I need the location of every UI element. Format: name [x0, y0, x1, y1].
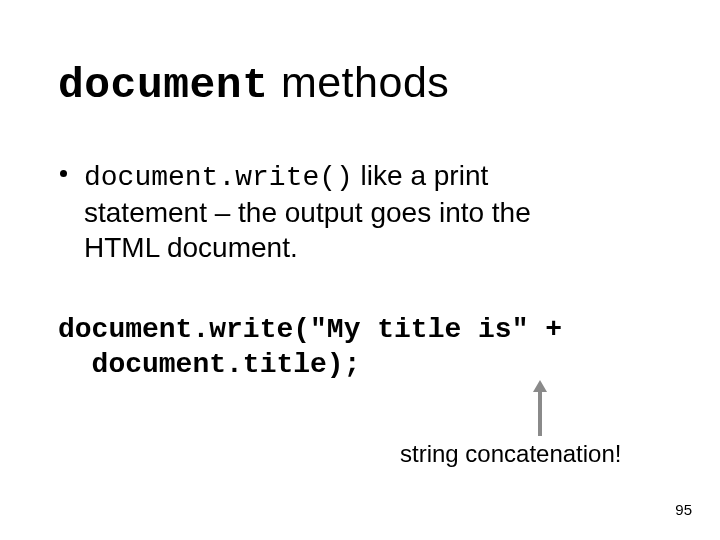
bullet-item: document.write() like a print statement …	[62, 158, 662, 265]
title-rest: methods	[268, 58, 449, 106]
page-number: 95	[675, 501, 692, 518]
annotation-text: string concatenation!	[400, 440, 621, 468]
slide: document methods document.write() like a…	[0, 0, 720, 540]
code-line-1: document.write("My title is" +	[58, 314, 562, 345]
bullet-line-3: HTML document.	[84, 232, 298, 263]
slide-title: document methods	[58, 58, 449, 110]
title-code-word: document	[58, 61, 268, 110]
bullet-line-2: statement – the output goes into the	[84, 197, 531, 228]
code-line-2: document.title);	[58, 349, 360, 380]
bullet-dot-icon	[60, 170, 67, 177]
arrow-icon	[530, 380, 550, 438]
bullet-text: document.write() like a print statement …	[84, 158, 662, 265]
bullet-code: document.write()	[84, 162, 353, 193]
code-block: document.write("My title is" + document.…	[58, 312, 678, 382]
bullet-rest-1: like a print	[353, 160, 488, 191]
